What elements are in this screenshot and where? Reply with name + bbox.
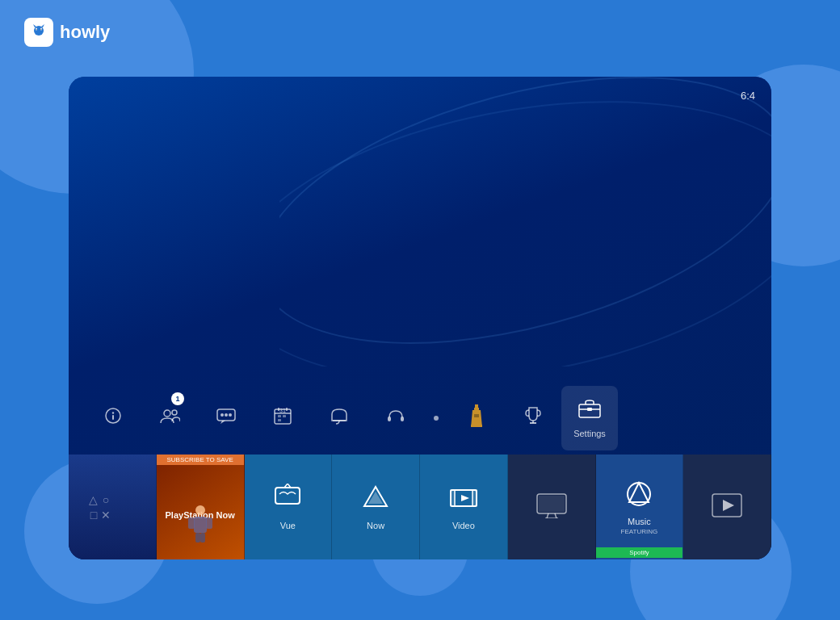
dot-indicator xyxy=(434,416,439,421)
svg-marker-42 xyxy=(368,492,383,504)
svg-rect-38 xyxy=(195,533,200,542)
tv-icon xyxy=(536,492,568,522)
lighthouse-icon xyxy=(468,404,485,432)
svg-rect-22 xyxy=(388,417,391,421)
app-tile-vue[interactable]: Vue xyxy=(245,455,333,559)
music-label: Music xyxy=(628,517,651,526)
app-tile-ps-store[interactable]: △ ○ □ ✕ xyxy=(69,455,157,559)
svg-point-8 xyxy=(164,410,170,417)
ps4-wave-decoration xyxy=(279,77,771,367)
svg-point-13 xyxy=(229,413,232,417)
now-label: Now xyxy=(367,521,384,530)
howly-logo: howly xyxy=(24,18,110,47)
app-tile-now[interactable]: Now xyxy=(332,455,420,559)
svg-rect-35 xyxy=(194,517,207,533)
vue-logo xyxy=(273,484,302,516)
ps4-menu-bar: 1 xyxy=(69,386,771,450)
app-tile-music[interactable]: Music FEATURING Spotify xyxy=(596,455,684,559)
svg-rect-50 xyxy=(539,496,565,512)
svg-rect-7 xyxy=(112,415,114,420)
svg-marker-26 xyxy=(471,410,482,427)
app-tile-tv[interactable] xyxy=(508,455,596,559)
svg-point-34 xyxy=(195,505,205,515)
music-ps-logo xyxy=(624,480,653,512)
svg-marker-48 xyxy=(461,495,469,501)
music-sub-label: FEATURING xyxy=(621,528,658,535)
friends-icon xyxy=(159,407,180,429)
now-logo xyxy=(361,484,390,516)
spotify-badge: Spotify xyxy=(596,547,683,558)
svg-point-3 xyxy=(36,29,37,30)
calendar-icon: 31 xyxy=(273,406,292,430)
video-label: Video xyxy=(452,521,475,530)
howly-icon xyxy=(24,18,53,47)
svg-rect-24 xyxy=(475,404,478,408)
svg-point-9 xyxy=(172,410,177,415)
headset-icon xyxy=(386,406,405,430)
menu-item-info[interactable] xyxy=(85,386,141,450)
menu-item-settings[interactable]: Settings xyxy=(561,386,618,450)
ps4-clock: 6:4 xyxy=(741,90,755,102)
svg-rect-36 xyxy=(188,517,195,529)
menu-item-trophies[interactable] xyxy=(505,386,561,450)
svg-point-11 xyxy=(220,413,224,417)
svg-point-12 xyxy=(225,413,228,417)
svg-rect-37 xyxy=(206,517,212,529)
settings-icon xyxy=(578,398,602,424)
svg-marker-57 xyxy=(723,500,734,511)
info-icon xyxy=(104,407,122,429)
svg-rect-20 xyxy=(283,415,286,417)
svg-rect-27 xyxy=(474,414,479,417)
ps-now-figure xyxy=(184,504,216,547)
svg-line-52 xyxy=(555,513,556,518)
svg-point-4 xyxy=(41,29,42,30)
menu-item-notifications[interactable] xyxy=(311,386,368,450)
svg-rect-40 xyxy=(275,488,300,504)
trophy-icon xyxy=(523,406,544,430)
notifications-icon xyxy=(330,406,349,430)
ps4-app-bar: △ ○ □ ✕ SUBSCRIBE TO SAVE PlayStation No… xyxy=(69,455,771,559)
app-tile-play[interactable] xyxy=(683,455,771,559)
play-icon xyxy=(712,493,742,521)
svg-rect-28 xyxy=(471,425,482,427)
svg-rect-44 xyxy=(451,490,455,506)
menu-item-friends[interactable]: 1 xyxy=(141,386,198,450)
messages-icon xyxy=(216,407,237,429)
menu-item-messages[interactable] xyxy=(198,386,254,450)
svg-rect-19 xyxy=(278,415,281,417)
svg-rect-25 xyxy=(474,408,479,410)
menu-item-what[interactable] xyxy=(448,386,505,450)
svg-rect-23 xyxy=(401,417,404,421)
menu-item-dot xyxy=(424,386,448,450)
ps4-screen: 6:4 1 xyxy=(69,77,771,559)
svg-rect-33 xyxy=(587,408,592,411)
howly-brand-name: howly xyxy=(60,22,110,43)
svg-rect-39 xyxy=(200,533,205,542)
ps-symbols: △ ○ □ ✕ xyxy=(89,493,136,522)
menu-item-headset[interactable] xyxy=(368,386,424,450)
ps-now-top-banner: SUBSCRIBE TO SAVE xyxy=(157,455,244,465)
video-logo xyxy=(449,484,478,516)
svg-point-6 xyxy=(112,412,114,413)
app-tile-video[interactable]: Video xyxy=(420,455,508,559)
svg-rect-45 xyxy=(472,490,477,506)
menu-item-calendar[interactable]: 31 xyxy=(254,386,311,450)
svg-rect-21 xyxy=(278,419,281,421)
vue-label: Vue xyxy=(280,521,296,530)
svg-text:31: 31 xyxy=(279,408,286,413)
svg-line-51 xyxy=(547,513,548,518)
friends-badge: 1 xyxy=(171,392,184,405)
settings-label: Settings xyxy=(573,429,606,438)
app-tile-ps-now[interactable]: SUBSCRIBE TO SAVE PlayStation Now xyxy=(157,455,245,559)
